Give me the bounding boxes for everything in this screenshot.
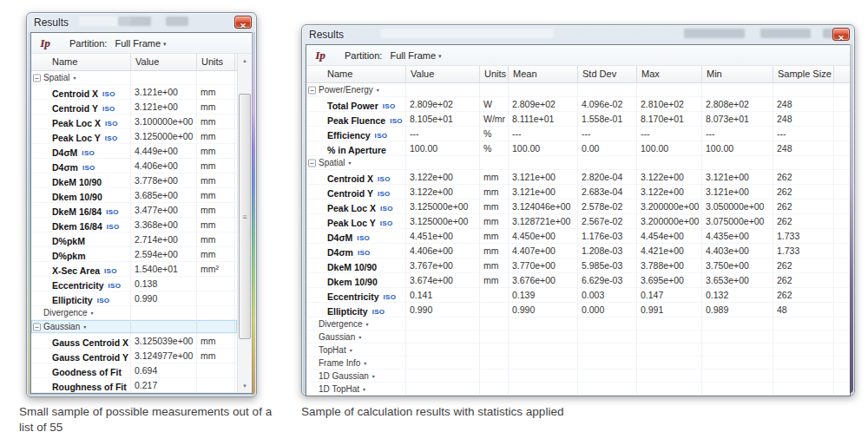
results-table: NameValueUnits −Spatial▾Centroid XISO3.1… [31, 54, 252, 393]
table-row[interactable]: EllipticityISO0.990 [31, 291, 237, 306]
collapse-toggle-icon[interactable]: − [33, 324, 41, 331]
measurement-name: D4σM [327, 232, 352, 243]
iso-badge: ISO [383, 102, 396, 110]
column-header[interactable]: Max [637, 66, 702, 82]
measurement-name: X-Sec Area [52, 265, 100, 276]
table-row[interactable]: Total PowerISO2.809e+02W2.809e+024.096e-… [306, 97, 850, 112]
table-row[interactable]: Peak Loc YISO3.125000e+00mm3.128721e+002… [306, 214, 850, 229]
group-row[interactable]: −Spatial▾ [306, 156, 850, 170]
table-row[interactable]: Peak Loc YISO3.125000e+00mm [31, 129, 237, 144]
scrollbar-grip-icon: ≡ [240, 213, 250, 220]
column-header[interactable]: Units [480, 66, 509, 82]
iso-badge: ISO [380, 219, 393, 227]
table-row[interactable]: Roughness of Fit0.217 [31, 378, 237, 393]
column-header[interactable]: Value [406, 66, 480, 82]
column-header[interactable]: Value [131, 54, 197, 70]
scrollbar-track[interactable]: ≡ [238, 68, 252, 379]
group-row[interactable]: 1D TopHat▾ [306, 383, 850, 396]
group-row[interactable]: −Power/Energy▾ [306, 83, 850, 97]
table-row[interactable]: D%pkm2.594e+00mm [31, 247, 237, 262]
collapse-toggle-icon[interactable]: − [308, 87, 316, 95]
close-button[interactable]: ✕ [234, 16, 252, 29]
window-body: Ip Partition: Full Frame▾ NameValueUnits… [30, 32, 253, 394]
partition-dropdown[interactable]: Full Frame▾ [390, 50, 441, 61]
titlebar[interactable]: Results ✕ [302, 25, 854, 44]
table-row[interactable]: Dkem 10/903.685e+00mm [31, 188, 237, 203]
group-label: Divergence [319, 319, 363, 329]
close-icon: ✕ [838, 34, 845, 43]
results-window-right: Results ✕ Ip Partition: Full Frame▾ Name… [301, 24, 855, 396]
iso-badge: ISO [82, 149, 95, 157]
iso-badge: ISO [378, 190, 391, 198]
group-row[interactable]: Divergence▾ [306, 317, 850, 330]
close-button[interactable]: ✕ [832, 28, 850, 41]
iso-badge: ISO [390, 117, 403, 125]
table-row[interactable]: D4σmISO4.406e+00mm4.407e+001.208e-034.42… [306, 244, 850, 258]
partition-label: Partition: [69, 38, 107, 49]
table-row[interactable]: Centroid YISO3.121e+00mm [31, 100, 237, 115]
column-header[interactable]: Std Dev [578, 66, 637, 82]
table-row[interactable]: Peak FluenceISO8.105e+01W/mr8.111e+011.5… [306, 112, 850, 127]
iso-badge: ISO [358, 249, 371, 257]
table-row[interactable]: Gauss Centroid X3.125039e+00mm [31, 334, 237, 349]
table-row[interactable]: DkeM 16/84ISO3.477e+00mm [31, 203, 237, 218]
table-row[interactable]: D4σmISO4.406e+00mm [31, 159, 237, 173]
measurement-name: Dkem 10/90 [327, 277, 378, 287]
group-row[interactable]: Frame Info▾ [306, 357, 850, 370]
table-row[interactable]: EfficiencyISO---%--------------- [306, 127, 850, 141]
table-row[interactable]: Centroid YISO3.122e+00mm3.121e+002.683e-… [306, 185, 850, 200]
group-row[interactable]: −Spatial▾ [31, 71, 237, 85]
group-row[interactable]: Gaussian▾ [306, 330, 850, 344]
table-row[interactable]: X-Sec AreaISO1.540e+01mm² [31, 262, 237, 277]
table-row[interactable]: D4σMISO4.451e+00mm4.450e+001.176e-034.45… [306, 229, 850, 244]
iso-badge: ISO [108, 282, 122, 290]
scroll-up-icon[interactable]: ▲ [238, 54, 252, 68]
table-row[interactable]: Gauss Centroid Y3.124977e+00mm [31, 349, 237, 363]
titlebar[interactable]: Results ✕ [27, 13, 256, 32]
group-row[interactable]: 1D Gaussian▾ [306, 370, 850, 383]
group-row[interactable]: Divergence▾ [31, 306, 237, 320]
toolbar: Ip Partition: Full Frame▾ [31, 33, 252, 54]
table-row[interactable]: EccentricityISO0.138 [31, 277, 237, 291]
table-row[interactable]: DkeM 10/903.767e+00mm3.770e+005.985e-033… [306, 258, 850, 273]
table-row[interactable]: DkeM 10/903.778e+00mm [31, 173, 237, 188]
iso-badge: ISO [107, 223, 120, 231]
iso-badge: ISO [102, 90, 115, 98]
column-header[interactable]: Name [31, 54, 131, 70]
vertical-scrollbar[interactable]: ▲ ≡ ▼ [237, 54, 252, 393]
collapse-toggle-icon[interactable]: − [308, 160, 316, 167]
collapse-toggle-icon[interactable]: − [33, 75, 41, 82]
column-header[interactable]: Min [702, 66, 773, 82]
scrollbar-thumb[interactable]: ≡ [239, 94, 251, 339]
close-icon: ✕ [240, 22, 247, 30]
iso-badge: ISO [375, 132, 388, 140]
table-row[interactable]: Peak Loc XISO3.100000e+00mm [31, 115, 237, 129]
iso-badge: ISO [380, 205, 393, 213]
table-row[interactable]: EllipticityISO0.9900.9900.0000.9910.9894… [306, 303, 850, 317]
table-row[interactable]: Centroid XISO3.122e+00mm3.121e+002.820e-… [306, 170, 850, 185]
window-body: Ip Partition: Full Frame▾ NameValueUnits… [306, 44, 851, 396]
column-header[interactable]: Mean [509, 66, 578, 82]
group-row[interactable]: −Gaussian▾ [31, 320, 237, 334]
table-row[interactable]: Dkem 10/903.674e+00mm3.676e+006.629e-033… [306, 273, 850, 288]
table-row[interactable]: EccentricityISO0.1410.1390.0030.1470.132… [306, 288, 850, 303]
group-row[interactable]: TopHat▾ [306, 344, 850, 357]
iso-badge: ISO [384, 293, 397, 301]
partition-dropdown[interactable]: Full Frame▾ [115, 38, 166, 49]
table-row[interactable]: D%pkM2.714e+00mm [31, 232, 237, 247]
table-row[interactable]: Dkem 16/84ISO3.368e+00mm [31, 218, 237, 232]
group-label: 1D Gaussian [319, 371, 369, 381]
table-row[interactable]: Centroid XISO3.121e+00mm [31, 85, 237, 100]
column-header[interactable]: Sample Size [773, 66, 834, 82]
chevron-down-icon: ▾ [364, 361, 366, 366]
column-header[interactable]: Units [197, 54, 235, 70]
table-row[interactable]: Peak Loc XISO3.125000e+00mm3.124046e+002… [306, 200, 850, 214]
table-row[interactable]: Goodness of Fit0.694 [31, 363, 237, 378]
measurement-name: Peak Loc Y [52, 133, 101, 143]
table-row[interactable]: D4σMISO4.449e+00mm [31, 144, 237, 159]
chevron-down-icon: ▾ [363, 387, 365, 392]
chevron-down-icon: ▾ [377, 88, 379, 93]
column-header[interactable]: Name [306, 66, 406, 82]
scroll-down-icon[interactable]: ▼ [238, 379, 252, 393]
table-row[interactable]: % in Aperture100.00%100.000.00100.00100.… [306, 141, 850, 156]
